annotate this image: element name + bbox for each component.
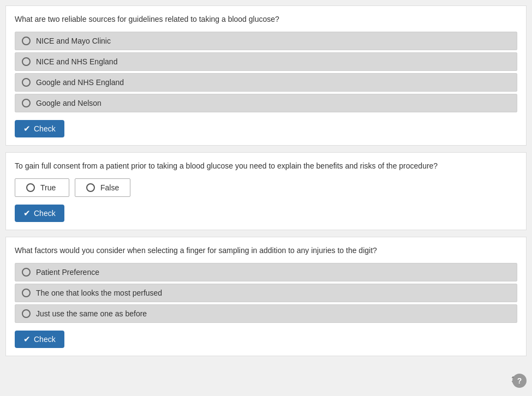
radio-icon-1-4: [22, 99, 31, 107]
question-block-3: What factors would you consider when sel…: [5, 237, 527, 356]
page-wrapper: What are two reliable sources for guidel…: [0, 0, 532, 379]
radio-icon-3-3: [22, 309, 31, 318]
option-label-3-3: Just use the same one as before: [36, 309, 147, 318]
option-3-3[interactable]: Just use the same one as before: [15, 304, 517, 323]
check-button-2[interactable]: ✔ Check: [15, 205, 64, 222]
radio-icon-1-2: [22, 57, 31, 66]
check-icon-1: ✔: [23, 124, 31, 134]
option-label-3-2: The one that looks the most perfused: [36, 289, 162, 297]
option-1-4[interactable]: Google and Nelson: [15, 94, 517, 112]
options-list-1: NICE and Mayo Clinic NICE and NHS Englan…: [15, 32, 517, 112]
radio-icon-2-false: [86, 183, 95, 192]
option-label-1-4: Google and Nelson: [36, 99, 101, 107]
option-2-true[interactable]: True: [15, 178, 69, 197]
option-label-1-1: NICE and Mayo Clinic: [36, 37, 111, 45]
option-3-1[interactable]: Patient Preference: [15, 263, 517, 281]
check-label-2: Check: [34, 209, 56, 218]
question-text-1: What are two reliable sources for guidel…: [15, 14, 517, 25]
radio-icon-3-1: [22, 268, 31, 277]
check-label-3: Check: [34, 335, 56, 344]
radio-icon-2-true: [26, 183, 35, 192]
option-1-2[interactable]: NICE and NHS England: [15, 52, 517, 71]
option-3-2[interactable]: The one that looks the most perfused: [15, 284, 517, 302]
option-label-3-1: Patient Preference: [36, 268, 99, 277]
radio-icon-1-1: [22, 37, 31, 45]
check-label-1: Check: [34, 124, 56, 133]
radio-icon-3-2: [22, 289, 31, 297]
option-label-1-2: NICE and NHS England: [36, 57, 117, 66]
check-button-1[interactable]: ✔ Check: [15, 120, 64, 137]
option-label-1-3: Google and NHS England: [36, 78, 124, 87]
option-1-3[interactable]: Google and NHS England: [15, 73, 517, 92]
true-false-options: True False: [15, 178, 517, 197]
question-text-3: What factors would you consider when sel…: [15, 245, 517, 256]
option-2-false[interactable]: False: [75, 178, 130, 197]
question-text-2: To gain full consent from a patient prio…: [15, 160, 517, 172]
options-list-3: Patient Preference The one that looks th…: [15, 263, 517, 323]
question-block-2: To gain full consent from a patient prio…: [5, 152, 527, 230]
option-1-1[interactable]: NICE and Mayo Clinic: [15, 32, 517, 50]
check-icon-2: ✔: [23, 208, 31, 218]
check-icon-3: ✔: [23, 334, 31, 344]
option-label-2-true: True: [40, 183, 56, 192]
check-button-3[interactable]: ✔ Check: [15, 331, 64, 348]
question-block-1: What are two reliable sources for guidel…: [5, 5, 527, 146]
radio-icon-1-3: [22, 78, 31, 87]
option-label-2-false: False: [100, 183, 119, 192]
